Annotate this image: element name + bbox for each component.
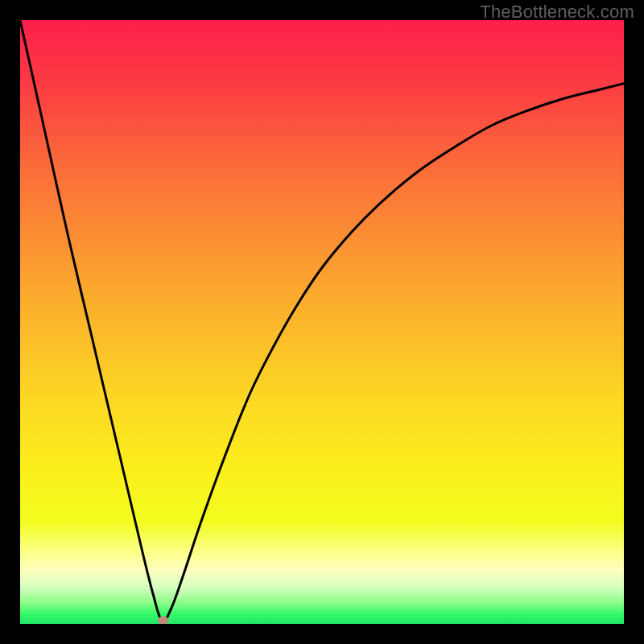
chart-svg	[20, 20, 624, 624]
chart-frame: TheBottleneck.com	[0, 0, 644, 644]
gradient-background	[20, 20, 624, 624]
attribution-text: TheBottleneck.com	[480, 2, 634, 23]
plot-area	[20, 20, 624, 624]
